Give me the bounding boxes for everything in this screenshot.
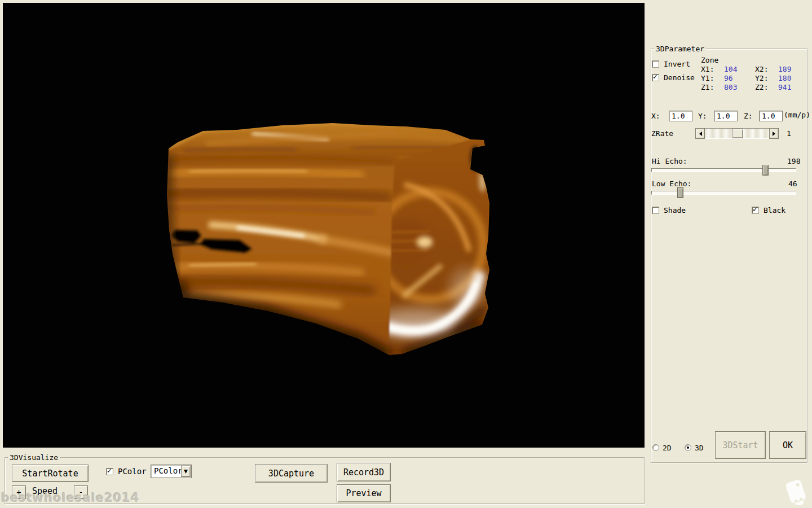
scale-z-label: Z: (744, 112, 753, 120)
ok-button[interactable]: OK (769, 431, 806, 459)
zone-y1-value: 96 (724, 75, 733, 82)
start3d-button[interactable]: 3DStart (715, 431, 766, 459)
zrate-right-arrow-button[interactable] (769, 128, 779, 139)
invert-label: Invert (664, 60, 690, 68)
zrate-left-arrow-button[interactable] (695, 128, 705, 139)
mode-2d-radio[interactable] (652, 444, 659, 451)
invert-checkbox[interactable] (652, 60, 659, 68)
hi-echo-slider-thumb[interactable] (762, 165, 769, 176)
low-echo-slider-thumb[interactable] (677, 187, 683, 198)
zone-y2-label: Y2: (755, 75, 768, 82)
check-icon: ✓ (752, 205, 758, 213)
low-echo-slider-track[interactable] (651, 191, 796, 195)
preview-button[interactable]: Preview (337, 484, 391, 502)
left-arrow-icon (697, 132, 702, 136)
zone-z2-label: Z2: (755, 84, 768, 91)
scale-x-label: X: (651, 112, 660, 120)
mode-2d-label: 2D (663, 444, 672, 452)
zone-x2-label: X2: (755, 65, 768, 73)
zone-z1-value: 803 (724, 84, 737, 91)
zone-y2-value: 180 (778, 75, 791, 82)
scale-z-input[interactable] (759, 111, 783, 121)
pcolor-select[interactable]: PColor ▼ (151, 465, 192, 478)
right-arrow-icon (773, 132, 778, 136)
denoise-checkbox[interactable]: ✓ (652, 74, 659, 81)
low-echo-value: 46 (788, 180, 797, 188)
scale-y-label: Y: (698, 112, 707, 120)
hi-echo-value: 198 (787, 157, 800, 165)
hi-echo-slider-track[interactable] (651, 168, 796, 172)
pcolor-checkbox-label: PColor (118, 467, 147, 475)
zrate-value: 1 (787, 130, 791, 138)
shade-checkbox[interactable] (652, 207, 659, 214)
start-rotate-button[interactable]: StartRotate (12, 465, 89, 482)
zone-x1-label: X1: (701, 65, 714, 73)
zone-z2-value: 941 (778, 84, 791, 91)
scale-x-input[interactable] (669, 111, 692, 121)
black-checkbox[interactable]: ✓ (752, 207, 759, 214)
zone-x1-value: 104 (724, 65, 737, 73)
watermark-logo-icon (781, 477, 809, 505)
check-icon: ✓ (107, 467, 112, 475)
scale-unit-label: (mm/p) (784, 111, 810, 119)
pcolor-checkbox[interactable]: ✓ (106, 468, 113, 475)
check-icon: ✓ (652, 73, 658, 81)
visualize-group-title: 3DVisualize (8, 453, 60, 462)
zone-z1-label: Z1: (701, 84, 714, 91)
zone-label: Zone (701, 56, 718, 64)
watermark-text: bestwholesale2014 (1, 491, 140, 505)
denoise-label: Denoise (664, 74, 695, 82)
zone-x2-value: 189 (778, 65, 791, 73)
zone-y1-label: Y1: (701, 75, 714, 82)
capture-3d-button[interactable]: 3DCapture (255, 464, 328, 483)
black-label: Black (764, 207, 785, 214)
shade-label: Shade (664, 207, 686, 214)
mode-3d-label: 3D (695, 444, 704, 452)
low-echo-label: Low Echo: (652, 180, 691, 188)
hi-echo-label: Hi Echo: (652, 157, 687, 165)
dropdown-arrow-icon[interactable]: ▼ (181, 466, 191, 477)
pcolor-select-value: PColor (154, 466, 183, 475)
parameter-group-title: 3DParameter (654, 45, 706, 53)
zrate-label: ZRate (651, 130, 673, 138)
zrate-scrollbar-thumb[interactable] (732, 129, 743, 138)
app-window: 3DParameter Invert ✓ Denoise Zone X1: 10… (0, 0, 812, 508)
volume-render-3d[interactable] (3, 3, 645, 448)
scale-y-input[interactable] (714, 111, 738, 121)
record-3d-button[interactable]: Record3D (337, 463, 391, 481)
viewport-3d[interactable] (3, 3, 645, 448)
mode-3d-radio[interactable] (685, 444, 691, 451)
